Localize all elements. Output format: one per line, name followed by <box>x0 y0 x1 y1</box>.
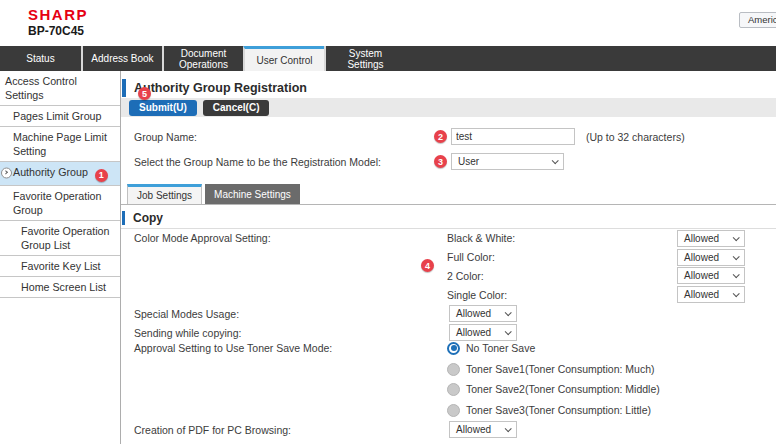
tab-document-operations[interactable]: Document Operations <box>162 46 243 71</box>
chevron-right-circle-icon <box>1 168 12 179</box>
copy-section-header: Copy <box>122 210 163 226</box>
group-name-input[interactable] <box>451 128 575 145</box>
radio-label: Toner Save3(Toner Consumption: Little) <box>466 404 651 416</box>
tab-status[interactable]: Status <box>0 46 81 71</box>
black-white-label: Black & White: <box>447 232 515 244</box>
radio-label: No Toner Save <box>466 342 535 354</box>
registration-model-value: User <box>458 156 479 167</box>
tab-system-settings[interactable]: System Settings <box>324 46 405 71</box>
black-white-value: Allowed <box>684 233 719 244</box>
special-modes-value: Allowed <box>456 308 491 319</box>
header: SHARP BP-70C45 American <box>0 0 776 46</box>
single-color-value: Allowed <box>684 289 719 300</box>
authority-group-registration-page: { "header": { "logo": "SHARP", "model": … <box>0 0 776 444</box>
full-color-value: Allowed <box>684 252 719 263</box>
chevron-down-icon <box>505 309 512 316</box>
annotation-badge-3: 3 <box>434 155 447 168</box>
sidebar-item-favorite-operation-group[interactable]: Favorite Operation Group <box>0 186 120 221</box>
chevron-down-icon <box>552 157 559 164</box>
sharp-logo: SHARP <box>28 6 88 23</box>
tab-machine-settings[interactable]: Machine Settings <box>205 184 300 204</box>
copy-section-title: Copy <box>133 211 163 225</box>
single-color-label: Single Color: <box>447 289 507 301</box>
chevron-down-icon <box>733 234 740 241</box>
pdf-browsing-label: Creation of PDF for PC Browsing: <box>134 424 291 436</box>
two-color-label: 2 Color: <box>447 270 484 282</box>
sidebar-item-home-screen-list[interactable]: Home Screen List <box>0 277 120 298</box>
sidebar-item-authority-group[interactable]: Authority Group 1 <box>0 162 120 186</box>
section-accent-bar <box>122 211 125 225</box>
chevron-down-icon <box>733 290 740 297</box>
group-name-label: Group Name: <box>134 131 197 143</box>
tab-address-book[interactable]: Address Book <box>81 46 162 71</box>
radio-no-toner-save[interactable]: No Toner Save <box>447 340 535 356</box>
chevron-down-icon <box>733 271 740 278</box>
page-title: Authority Group Registration <box>134 81 307 95</box>
action-toolbar: Submit(U) Cancel(C) <box>121 98 776 117</box>
pdf-browsing-value: Allowed <box>456 424 491 435</box>
radio-selected-icon <box>447 342 460 355</box>
chevron-down-icon <box>505 425 512 432</box>
sidebar-item-machine-page-limit-setting[interactable]: Machine Page Limit Setting <box>0 127 120 162</box>
radio-unselected-icon <box>447 404 460 417</box>
group-name-row: Group Name: 2 (Up to 32 characters) <box>121 127 776 146</box>
annotation-badge-4: 4 <box>421 259 434 272</box>
radio-toner-save3[interactable]: Toner Save3(Toner Consumption: Little) <box>447 402 651 418</box>
sidebar: Access Control Settings Pages Limit Grou… <box>0 71 121 444</box>
single-color-select[interactable]: Allowed <box>677 286 745 303</box>
sidebar-item-access-control-settings[interactable]: Access Control Settings <box>0 71 120 106</box>
tab-user-control[interactable]: User Control <box>243 46 324 71</box>
color-mode-label: Color Mode Approval Setting: <box>134 232 271 244</box>
sending-while-copying-label: Sending while copying: <box>134 327 241 339</box>
chevron-down-icon <box>733 253 740 260</box>
two-color-select[interactable]: Allowed <box>677 267 745 284</box>
sidebar-item-favorite-operation-group-list[interactable]: Favorite Operation Group List <box>0 221 120 256</box>
special-modes-label: Special Modes Usage: <box>134 308 239 320</box>
sending-while-copying-value: Allowed <box>456 327 491 338</box>
title-accent-bar <box>122 79 126 97</box>
full-color-label: Full Color: <box>447 251 495 263</box>
pdf-browsing-select[interactable]: Allowed <box>449 421 517 438</box>
cancel-button[interactable]: Cancel(C) <box>203 100 270 116</box>
settings-subtabs: Job Settings Machine Settings <box>121 185 776 205</box>
registration-model-select[interactable]: User <box>451 153 564 170</box>
radio-unselected-icon <box>447 363 460 376</box>
radio-toner-save2[interactable]: Toner Save2(Toner Consumption: Middle) <box>447 381 660 397</box>
registration-model-label: Select the Group Name to be the Registra… <box>134 156 381 168</box>
main-content: Authority Group Registration 5 Submit(U)… <box>121 71 776 444</box>
radio-unselected-icon <box>447 383 460 396</box>
toner-save-label: Approval Setting to Use Toner Save Mode: <box>134 342 332 354</box>
two-color-value: Allowed <box>684 270 719 281</box>
full-color-select[interactable]: Allowed <box>677 249 745 266</box>
chevron-down-icon <box>505 328 512 335</box>
device-model: BP-70C45 <box>28 24 84 38</box>
top-tabbar: Status Address Book Document Operations … <box>0 46 776 71</box>
sidebar-item-pages-limit-group[interactable]: Pages Limit Group <box>0 106 120 127</box>
annotation-badge-1: 1 <box>95 169 108 182</box>
tab-job-settings[interactable]: Job Settings <box>127 184 202 204</box>
annotation-badge-2: 2 <box>434 130 447 143</box>
annotation-badge-5: 5 <box>138 87 151 100</box>
registration-model-row: Select the Group Name to be the Registra… <box>121 152 776 171</box>
language-button[interactable]: American <box>739 12 776 28</box>
sidebar-item-favorite-key-list[interactable]: Favorite Key List <box>0 256 120 277</box>
black-white-select[interactable]: Allowed <box>677 230 745 247</box>
sidebar-item-label: Authority Group <box>13 166 88 178</box>
group-name-note: (Up to 32 characters) <box>586 131 685 143</box>
section-divider <box>121 228 776 229</box>
radio-label: Toner Save1(Toner Consumption: Much) <box>466 363 655 375</box>
sending-while-copying-select[interactable]: Allowed <box>449 324 517 341</box>
submit-button[interactable]: Submit(U) <box>129 100 197 116</box>
special-modes-select[interactable]: Allowed <box>449 305 517 322</box>
radio-toner-save1[interactable]: Toner Save1(Toner Consumption: Much) <box>447 361 655 377</box>
radio-label: Toner Save2(Toner Consumption: Middle) <box>466 383 660 395</box>
